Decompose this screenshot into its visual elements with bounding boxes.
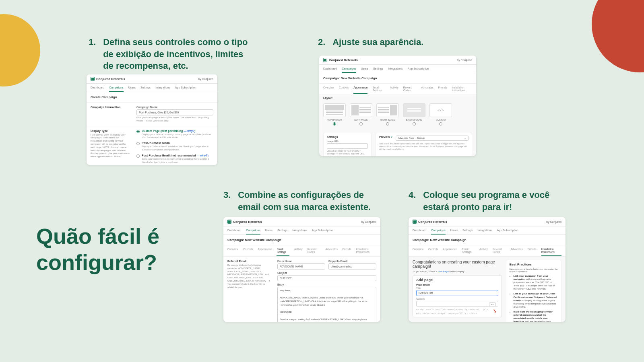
by-label: by Conjured: [198, 78, 213, 80]
layout-radio-custom[interactable]: [439, 122, 442, 125]
tab-subscription[interactable]: App Subscription: [175, 86, 196, 92]
screenshot-4: Conjured Referrals by Conjured Dashboard…: [409, 217, 566, 322]
tab-users[interactable]: Users: [128, 86, 136, 92]
layout-options: TOP BANNER LEFT IMAGE RIGHT IMAGE BACKGR…: [319, 99, 476, 130]
step-3: 3. Combine as configurações de email com…: [223, 189, 371, 213]
campaign-name-input[interactable]: Post-Purchase, Give $20, Get $20: [136, 109, 213, 115]
display-type-hint: How do you want to display your campaign…: [91, 134, 131, 158]
tab-users[interactable]: Users: [361, 67, 368, 73]
tab-dashboard[interactable]: Dashboard: [323, 67, 337, 73]
preview-select[interactable]: Advocate Page – Signup⌄: [396, 136, 469, 141]
tab-campaigns[interactable]: Campaigns: [342, 67, 356, 73]
from-name-input[interactable]: ADVOCATE_NAME: [277, 263, 325, 269]
tab-settings[interactable]: Settings: [140, 86, 151, 92]
screenshot-1: Conjured Referrals by Conjured Dashboard…: [87, 74, 217, 165]
layout-radio-top-banner[interactable]: [333, 122, 336, 125]
create-campaign-title: Create Campaign: [87, 92, 217, 103]
subtab-installation[interactable]: Installation Instructions: [541, 248, 561, 256]
step-1: 1. Defina seus controles como o tipo de …: [89, 36, 248, 72]
add-page-panel: Add page Page details Title Get $20 Off!…: [413, 275, 502, 317]
layout-radio-left-image[interactable]: [359, 122, 363, 125]
decor-circle-yellow: [0, 14, 40, 86]
tab-settings[interactable]: Settings: [373, 67, 383, 73]
step-4: 4. Coloque seu programa e você estará pr…: [409, 189, 549, 213]
headline-line2: configurar?: [36, 249, 159, 276]
campaign-header: Campaign: New Website Campaign: [319, 73, 476, 84]
congrats-heading: Congratulations on creating your custom …: [413, 260, 502, 269]
image-url-label: Image URL: [327, 140, 368, 142]
decor-circle-red: [592, 0, 644, 72]
subject-input[interactable]: SUBJECT: [277, 275, 376, 281]
logo-icon: [413, 220, 417, 224]
radio-custom-page[interactable]: [136, 130, 140, 133]
logo-icon: [323, 58, 327, 62]
tab-dashboard[interactable]: Dashboard: [91, 86, 104, 92]
preview-description: This is the first screen your customer w…: [379, 142, 469, 151]
image-url-input[interactable]: [327, 143, 368, 149]
reply-to-input[interactable]: char@conjured.co: [328, 263, 376, 269]
main-tabs: Dashboard Campaigns Users Settings Integ…: [87, 84, 217, 92]
screenshot-3: Conjured Referrals by Conjured Dashboard…: [223, 217, 380, 322]
body-textarea[interactable]: Hey there, ADVOCATE_NAME loves Conjured …: [277, 287, 376, 322]
settings-header: Settings: [327, 136, 368, 138]
radio-post-purchase-modal[interactable]: [136, 142, 140, 145]
tab-campaigns[interactable]: Campaigns: [109, 86, 123, 92]
headline-line1: Quão fácil é: [36, 223, 159, 249]
help-icon[interactable]: ?: [390, 136, 392, 138]
logo-icon: [91, 77, 95, 81]
tab-integrations[interactable]: Integrations: [155, 86, 170, 92]
page-title-input[interactable]: Get $20 Off!: [416, 290, 498, 296]
headline: Quão fácil é configurar?: [36, 223, 159, 276]
layout-radio-background[interactable]: [413, 122, 416, 125]
campaign-name-hint: Give your campaign a descriptive name. T…: [136, 116, 213, 123]
new-page-link[interactable]: new Page: [438, 270, 449, 273]
tab-integrations[interactable]: Integrations: [388, 67, 403, 73]
referral-email-label: Referral Email: [227, 260, 246, 263]
logo-icon: [227, 220, 231, 224]
display-type-label: Display Type: [91, 130, 108, 132]
best-practices-panel: Best Practices Here are some tips to hel…: [506, 260, 561, 322]
subtab-appearance[interactable]: Appearance: [353, 86, 367, 94]
layout-label: Layout: [319, 94, 476, 99]
campaign-name-label: Campaign Name: [136, 106, 213, 109]
step-2: 2. Ajuste sua aparência.: [318, 36, 423, 48]
subtab-email-settings[interactable]: Email Settings: [277, 248, 289, 256]
page-content-input[interactable]: <>: [416, 301, 498, 306]
subtabs: Overview Controls Appearance Email Setti…: [319, 84, 476, 94]
tab-subscription[interactable]: App Subscription: [408, 67, 429, 73]
campaign-info-label: Campaign Information: [91, 106, 131, 123]
chevron-down-icon: ⌄: [464, 137, 466, 140]
radio-post-purchase-email[interactable]: [136, 154, 140, 158]
html-toggle-button[interactable]: <>: [489, 302, 496, 306]
screenshot-2: Conjured Referrals by Conjured Dashboard…: [319, 56, 476, 156]
code-icon: </>: [438, 108, 444, 112]
layout-radio-right-image[interactable]: [386, 122, 389, 125]
app-logo: Conjured Referrals: [91, 77, 125, 81]
